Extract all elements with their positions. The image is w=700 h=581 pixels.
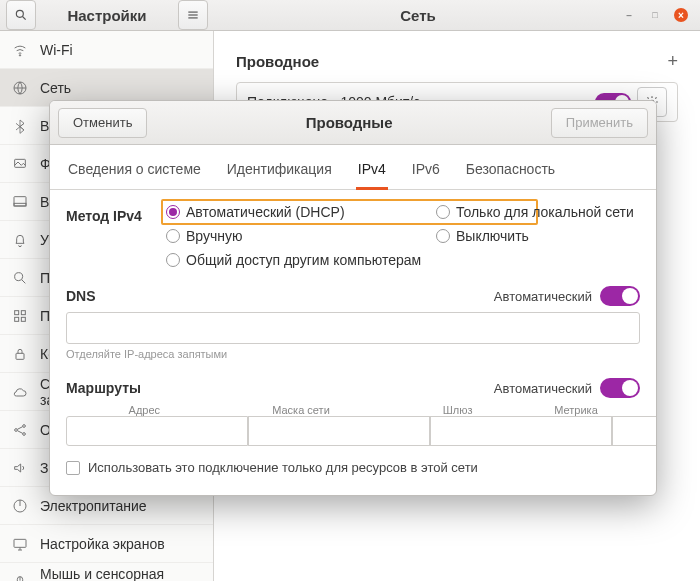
tab-2[interactable]: IPv4 bbox=[356, 155, 388, 190]
only-local-checkbox[interactable] bbox=[66, 461, 80, 475]
method-manual-radio[interactable]: Вручную bbox=[166, 228, 436, 244]
lock-icon bbox=[12, 346, 28, 362]
svg-point-10 bbox=[15, 272, 23, 280]
dns-hint: Отделяйте IP-адреса запятыми bbox=[66, 348, 640, 360]
svg-rect-9 bbox=[14, 203, 26, 206]
mouse-icon bbox=[12, 574, 28, 582]
method-off-radio[interactable]: Выключить bbox=[436, 228, 640, 244]
dock-icon bbox=[12, 194, 28, 210]
sidebar-item-wifi[interactable]: Wi-Fi bbox=[0, 31, 213, 69]
settings-title: Настройки bbox=[40, 7, 174, 24]
page-title: Сеть bbox=[214, 7, 622, 24]
svg-rect-14 bbox=[15, 317, 19, 321]
sidebar-item-label: Сеть bbox=[40, 80, 71, 96]
window-controls bbox=[622, 8, 700, 22]
radio-icon bbox=[166, 205, 180, 219]
apps-icon bbox=[12, 308, 28, 324]
display-icon bbox=[12, 536, 28, 552]
apply-button[interactable]: Применить bbox=[551, 108, 648, 138]
sidebar-item-label: Мышь и сенсорная панель bbox=[40, 566, 201, 582]
bell-icon bbox=[12, 232, 28, 248]
svg-point-17 bbox=[15, 428, 18, 431]
route-netmask-input[interactable] bbox=[248, 416, 430, 446]
search-icon bbox=[12, 270, 28, 286]
col-address: Адрес bbox=[66, 404, 223, 416]
dialog-tabs: Сведения о системеИдентификацияIPv4IPv6Б… bbox=[50, 145, 656, 190]
svg-point-19 bbox=[23, 432, 26, 435]
net-icon bbox=[12, 80, 28, 96]
close-button[interactable] bbox=[674, 8, 688, 22]
radio-icon bbox=[166, 253, 180, 267]
search-icon bbox=[14, 8, 28, 22]
route-metric-input[interactable] bbox=[612, 416, 657, 446]
routes-title: Маршруты bbox=[66, 380, 141, 396]
svg-point-18 bbox=[23, 424, 26, 427]
routes-section: Маршруты Автоматический Адрес Маска сети… bbox=[66, 378, 640, 475]
col-netmask: Маска сети bbox=[223, 404, 380, 416]
tab-0[interactable]: Сведения о системе bbox=[66, 155, 203, 189]
only-local-label: Использовать это подключение только для … bbox=[88, 460, 478, 475]
svg-point-5 bbox=[19, 54, 20, 55]
cloud-icon bbox=[12, 384, 28, 400]
sidebar-item-display[interactable]: Настройка экранов bbox=[0, 525, 213, 563]
svg-rect-22 bbox=[14, 539, 26, 547]
route-address-input[interactable] bbox=[66, 416, 248, 446]
connection-dialog: Отменить Проводные Применить Сведения о … bbox=[49, 100, 657, 496]
routes-auto-toggle[interactable] bbox=[600, 378, 640, 398]
tab-1[interactable]: Идентификация bbox=[225, 155, 334, 189]
maximize-button[interactable] bbox=[648, 8, 662, 22]
dns-title: DNS bbox=[66, 288, 96, 304]
svg-rect-12 bbox=[15, 310, 19, 314]
sound-icon bbox=[12, 460, 28, 476]
svg-rect-8 bbox=[14, 196, 26, 205]
bt-icon bbox=[12, 118, 28, 134]
hamburger-icon bbox=[186, 8, 200, 22]
sidebar-item-label: Wi-Fi bbox=[40, 42, 73, 58]
minimize-button[interactable] bbox=[622, 8, 636, 22]
radio-icon bbox=[436, 229, 450, 243]
sidebar-item-label: Настройка экранов bbox=[40, 536, 165, 552]
route-row bbox=[66, 416, 640, 446]
routes-auto-label: Автоматический bbox=[494, 381, 592, 396]
method-shared-radio[interactable]: Общий доступ другим компьютерам bbox=[166, 252, 640, 268]
tab-3[interactable]: IPv6 bbox=[410, 155, 442, 189]
route-gateway-input[interactable] bbox=[430, 416, 612, 446]
wired-section-title: Проводное bbox=[236, 53, 319, 70]
share-icon bbox=[12, 422, 28, 438]
svg-line-1 bbox=[23, 17, 26, 20]
dns-auto-toggle[interactable] bbox=[600, 286, 640, 306]
power-icon bbox=[12, 498, 28, 514]
tab-4[interactable]: Безопасность bbox=[464, 155, 557, 189]
dialog-titlebar: Отменить Проводные Применить bbox=[50, 101, 656, 145]
svg-rect-13 bbox=[21, 310, 25, 314]
method-local-radio[interactable]: Только для локальной сети bbox=[436, 204, 640, 220]
svg-rect-15 bbox=[21, 317, 25, 321]
col-metric: Метрика bbox=[536, 404, 616, 416]
search-button[interactable] bbox=[6, 0, 36, 30]
hamburger-button[interactable] bbox=[178, 0, 208, 30]
dialog-title: Проводные bbox=[306, 114, 393, 131]
cancel-button[interactable]: Отменить bbox=[58, 108, 147, 138]
dns-section: DNS Автоматический Отделяйте IP-адреса з… bbox=[66, 286, 640, 360]
sidebar-item-label: Электропитание bbox=[40, 498, 147, 514]
svg-point-0 bbox=[16, 10, 23, 17]
radio-icon bbox=[166, 229, 180, 243]
col-gateway: Шлюз bbox=[379, 404, 536, 416]
ipv4-method-label: Метод IPv4 bbox=[66, 204, 166, 224]
dns-input[interactable] bbox=[66, 312, 640, 344]
wifi-icon bbox=[12, 42, 28, 58]
bg-icon bbox=[12, 156, 28, 172]
svg-line-11 bbox=[22, 280, 25, 283]
dns-auto-label: Автоматический bbox=[494, 289, 592, 304]
add-connection-button[interactable]: + bbox=[667, 51, 678, 72]
sidebar-item-mouse[interactable]: Мышь и сенсорная панель bbox=[0, 563, 213, 581]
titlebar: Настройки Сеть bbox=[0, 0, 700, 31]
svg-rect-16 bbox=[16, 353, 24, 359]
radio-icon bbox=[436, 205, 450, 219]
